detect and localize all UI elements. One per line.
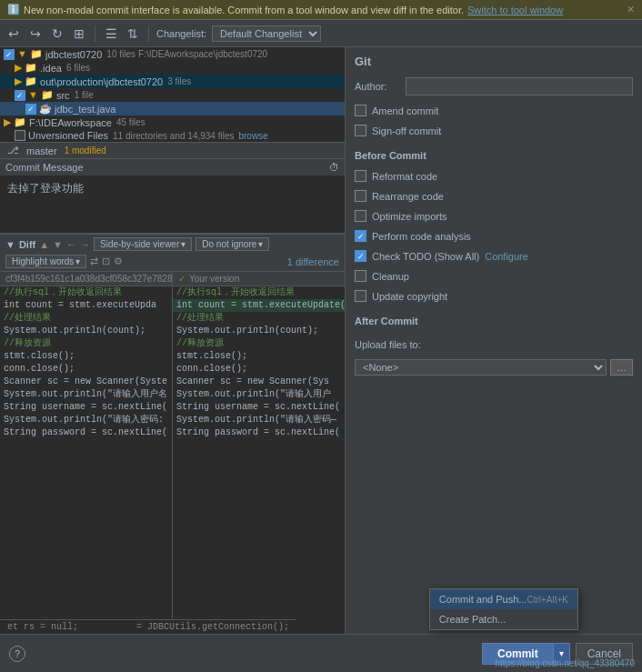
todo-label: Check TODO (Show All) <box>372 251 479 262</box>
diff-header: ▼ Diff ▲ ▼ ← → Side-by-side viewer ▾ Do … <box>0 234 345 272</box>
diff-left-pane[interactable]: cf3f4b159c161c1a038d3cf058c327e78287454a… <box>0 272 173 672</box>
right-panel: Git Author: Amend commit Sign-off commit… <box>346 47 642 672</box>
optimize-row: Optimize imports <box>355 210 633 222</box>
diff-right-line-5: //释放资源 <box>173 337 345 350</box>
diff-next-icon[interactable]: ▼ <box>53 239 63 250</box>
diff-left-line-4: System.out.println(count); <box>0 325 172 337</box>
diff-right-pane[interactable]: ✓ Your version //执行sql，开始收返回结果 int count… <box>173 272 345 672</box>
commit-push-label: Commit and Push... <box>439 594 527 605</box>
diff-right-line-6: stmt.close(); <box>173 350 345 363</box>
tree-checkbox-src[interactable]: ✓ <box>15 90 25 101</box>
tree-item-jdbctest0720[interactable]: ✓ ▼ 📁 jdbctest0720 10 files F:\IDEAworks… <box>0 47 345 61</box>
commit-message-header: Commit Message ⏱ <box>0 159 345 176</box>
tree-path-jdbctest0720: F:\IDEAworkspace\jdbctest0720 <box>138 49 267 59</box>
diff-collapse-icon[interactable]: ▼ <box>5 239 15 250</box>
diff-back-icon[interactable]: ← <box>66 239 76 250</box>
tree-item-ideaworkspace[interactable]: ▶ 📁 F:\IDEAworkspace 45 files <box>0 115 345 129</box>
code-analysis-row: ✓ Perform code analysis <box>355 230 633 242</box>
diff-right-line-7: conn.close(); <box>173 363 345 376</box>
side-by-side-viewer-btn[interactable]: Side-by-side viewer ▾ <box>94 237 192 251</box>
tree-checkbox-jdbc-java[interactable]: ✓ <box>25 104 36 115</box>
changelist-select[interactable]: Default Changelist <box>212 25 321 42</box>
signoff-commit-label: Sign-off commit <box>372 125 441 136</box>
before-commit-title: Before Commit <box>355 150 633 161</box>
diff-right-line-12: String password = sc.nextLine( <box>173 426 345 439</box>
amend-commit-label: Amend commit <box>372 105 438 116</box>
notification-link[interactable]: Switch to tool window <box>467 5 563 15</box>
reformat-checkbox[interactable] <box>355 170 366 182</box>
upload-settings-btn[interactable]: … <box>610 359 633 376</box>
diff-left-line-3: //处理结果 <box>0 312 172 325</box>
upload-select-row: <None> … <box>355 359 633 376</box>
highlight-btn[interactable]: Highlight words ▾ <box>5 255 86 268</box>
diff-left-line-5: //释放资源 <box>0 337 172 350</box>
rearrange-label: Rearrange code <box>372 191 444 202</box>
commit-message-icon[interactable]: ⏱ <box>329 162 339 173</box>
commit-dropdown-menu: Commit and Push... Ctrl+Alt+K Create Pat… <box>429 588 578 630</box>
tree-item-unversioned[interactable]: Unversioned Files 11 directories and 14,… <box>0 129 345 142</box>
cleanup-checkbox[interactable] <box>355 270 366 282</box>
author-input[interactable] <box>406 77 633 95</box>
signoff-commit-checkbox[interactable] <box>355 125 366 136</box>
diff-left-line-11: System.out.println("请输入密码: <box>0 414 172 426</box>
folder-icon-jdbctest0720: ▼ 📁 <box>17 48 43 60</box>
diff-icon-2[interactable]: ⊡ <box>102 256 110 267</box>
diff-right-line-3: //处理结果 <box>173 312 345 325</box>
diff-left-line-7: conn.close(); <box>0 363 172 376</box>
diff-right-line-4: System.out.println(count); <box>173 325 345 337</box>
tree-item-idea[interactable]: ▶ 📁 .idea 6 files <box>0 61 345 75</box>
folder-icon-src: ▼ 📁 <box>28 89 54 101</box>
tree-count-ideaworkspace: 45 files <box>116 117 145 127</box>
ignore-dropdown-icon: ▾ <box>258 239 263 249</box>
list-icon[interactable]: ☰ <box>103 25 119 42</box>
ignore-btn[interactable]: Do not ignore ▾ <box>196 237 269 251</box>
cleanup-label: Cleanup <box>372 271 409 282</box>
tree-checkbox-unversioned[interactable] <box>15 130 25 141</box>
reformat-label: Reformat code <box>372 171 437 182</box>
group-icon[interactable]: ⊞ <box>71 25 87 42</box>
todo-checkbox[interactable]: ✓ <box>355 250 366 262</box>
diff-icon-3[interactable]: ⚙ <box>114 256 123 267</box>
commit-message-input[interactable]: 去掉了登录功能 <box>0 176 345 230</box>
branch-name: master <box>26 145 57 156</box>
rearrange-checkbox[interactable] <box>355 190 366 202</box>
commit-push-item[interactable]: Commit and Push... Ctrl+Alt+K <box>430 589 577 609</box>
tree-item-jdbc-java[interactable]: ✓ ☕ jdbc_test.java <box>0 102 345 115</box>
close-icon[interactable]: ✕ <box>627 4 635 15</box>
diff-left-pane-header: cf3f4b159c161c1a038d3cf058c327e78287454a <box>0 272 172 286</box>
diff-prev-icon[interactable]: ▲ <box>39 239 49 250</box>
folder-icon-out: ▶ 📁 <box>15 75 37 87</box>
diff-section: ▼ Diff ▲ ▼ ← → Side-by-side viewer ▾ Do … <box>0 234 345 672</box>
amend-commit-checkbox[interactable] <box>355 105 366 116</box>
tree-checkbox-jdbctest0720[interactable]: ✓ <box>4 49 15 60</box>
code-analysis-checkbox[interactable]: ✓ <box>355 230 366 242</box>
ignore-label: Do not ignore <box>202 239 256 249</box>
help-button[interactable]: ? <box>9 646 25 662</box>
viewer-label: Side-by-side viewer <box>100 239 179 249</box>
diff-icon-1[interactable]: ⇄ <box>90 256 98 267</box>
diff-right-check: ✓ <box>178 274 186 284</box>
sort-icon[interactable]: ⇅ <box>125 25 141 42</box>
git-title: Git <box>355 55 633 68</box>
refresh-icon[interactable]: ↻ <box>49 25 65 42</box>
copyright-checkbox[interactable] <box>355 290 366 302</box>
tree-count-jdbctest0720: 10 files <box>106 49 135 59</box>
highlight-dropdown-icon: ▾ <box>75 256 80 266</box>
tree-item-src[interactable]: ✓ ▼ 📁 src 1 file <box>0 88 345 102</box>
tree-label-jdbctest0720: jdbctest0720 <box>45 49 102 60</box>
todo-row: ✓ Check TODO (Show All) Configure <box>355 250 633 262</box>
diff-fwd-icon[interactable]: → <box>80 239 90 250</box>
create-patch-item[interactable]: Create Patch... <box>430 609 577 629</box>
tree-item-out[interactable]: ▶ 📁 out\production\jdbctest0720 3 files <box>0 75 345 88</box>
redo-icon[interactable]: ↪ <box>27 25 44 42</box>
status-right: = JDBCUtils.getConnection(); <box>136 622 289 632</box>
browse-link[interactable]: browse <box>238 131 267 141</box>
optimize-checkbox[interactable] <box>355 210 366 222</box>
configure-link[interactable]: Configure <box>485 251 528 262</box>
undo-icon[interactable]: ↩ <box>5 25 22 42</box>
diff-right-line-1: //执行sql，开始收返回结果 <box>173 286 345 299</box>
upload-select[interactable]: <None> <box>355 359 607 376</box>
rearrange-row: Rearrange code <box>355 190 633 202</box>
toolbar-sep-1 <box>95 25 95 42</box>
reformat-row: Reformat code <box>355 170 633 182</box>
